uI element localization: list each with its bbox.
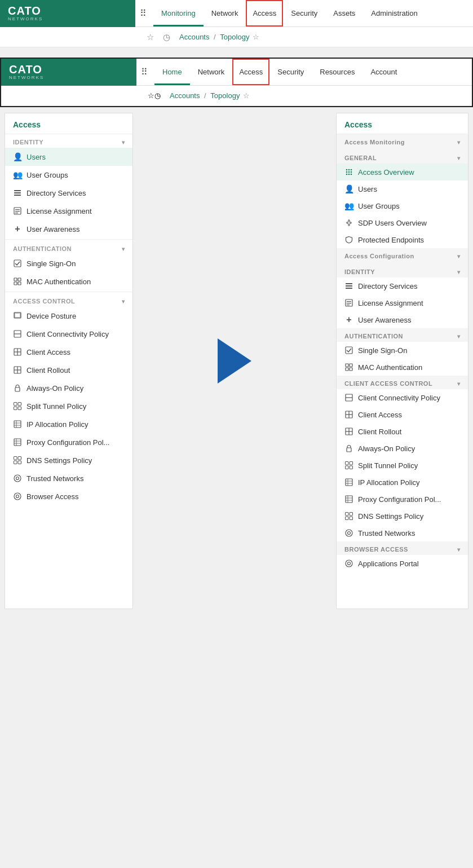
right-section-browser-access[interactable]: BROWSER ACCESS ▾ — [337, 541, 468, 555]
left-item-always-on[interactable]: Always-On Policy — [5, 379, 132, 397]
right-section-identity[interactable]: IDENTITY ▾ — [337, 264, 468, 277]
old-nav-monitoring[interactable]: Monitoring — [153, 0, 204, 27]
new-breadcrumb-star[interactable]: ☆ — [243, 91, 250, 100]
right-directory-icon — [344, 281, 353, 290]
left-item-dns[interactable]: DNS Settings Policy — [5, 451, 132, 469]
old-nav-security[interactable]: Security — [283, 0, 325, 27]
svg-rect-0 — [14, 190, 21, 191]
right-item-proxy[interactable]: Proxy Configuration Pol... — [337, 491, 468, 508]
left-item-ip-allocation[interactable]: IP Allocation Policy — [5, 415, 132, 433]
new-topology-link[interactable]: Topology — [210, 91, 240, 100]
new-logo-sub: NETWORKS — [9, 75, 44, 80]
right-item-protected-endpoints[interactable]: Protected Endpoints — [337, 231, 468, 248]
new-clock-icon[interactable]: ◷ — [154, 91, 161, 100]
right-item-split-tunnel[interactable]: Split Tunnel Policy — [337, 457, 468, 474]
new-fav-star[interactable]: ☆ — [148, 91, 154, 100]
right-item-directory-services[interactable]: Directory Services — [337, 277, 468, 294]
right-item-access-overview[interactable]: Access Overview — [337, 164, 468, 180]
right-section-general[interactable]: GENERAL ▾ — [337, 150, 468, 164]
left-item-client-conn-policy[interactable]: Client Connectivity Policy — [5, 325, 132, 343]
left-item-user-groups[interactable]: 👥 User Groups — [5, 166, 132, 184]
old-nav-network[interactable]: Network — [204, 0, 246, 27]
right-item-mac-auth[interactable]: MAC Authentication — [337, 359, 468, 376]
left-item-client-access[interactable]: Client Access — [5, 343, 132, 361]
old-logo-area: CATO NETWORKS — [0, 0, 135, 27]
old-clock-icon[interactable]: ◷ — [163, 32, 170, 42]
svg-point-52 — [347, 222, 348, 224]
svg-rect-7 — [14, 260, 21, 267]
new-nav-security[interactable]: Security — [269, 59, 312, 85]
old-accounts-link[interactable]: Accounts — [179, 33, 209, 41]
dns-icon — [13, 456, 22, 465]
client-access-icon — [13, 347, 22, 356]
left-item-device-posture[interactable]: Device Posture — [5, 307, 132, 325]
new-nav-account[interactable]: Account — [363, 59, 405, 85]
left-item-split-tunnel[interactable]: Split Tunnel Policy — [5, 397, 132, 415]
section-authentication[interactable]: AUTHENTICATION ▾ — [5, 241, 132, 254]
right-sidebar: Access Access Monitoring ▾ GENERAL ▾ — [336, 113, 468, 609]
left-item-user-awareness[interactable]: + User Awareness — [5, 220, 132, 238]
left-item-sso[interactable]: Single Sign-On — [5, 254, 132, 272]
right-section-authentication[interactable]: AUTHENTICATION ▾ — [337, 328, 468, 342]
access-control-chevron: ▾ — [122, 298, 125, 305]
old-breadcrumb-bar: ☆ ◷ Accounts / Topology ☆ — [0, 27, 473, 47]
new-logo-area: CATO NETWORKS — [1, 59, 136, 86]
ip-icon — [13, 420, 22, 429]
right-section-client-access-control[interactable]: CLIENT ACCESS CONTROL ▾ — [337, 376, 468, 389]
svg-rect-62 — [346, 288, 352, 289]
left-item-trusted-networks[interactable]: Trusted Networks — [5, 469, 132, 487]
left-item-mac-auth[interactable]: MAC Authentication — [5, 272, 132, 290]
right-item-dns[interactable]: DNS Settings Policy — [337, 508, 468, 525]
svg-rect-37 — [14, 461, 17, 464]
svg-rect-22 — [15, 387, 20, 391]
right-item-license[interactable]: License Assignment — [337, 294, 468, 311]
old-fav-star[interactable]: ☆ — [147, 32, 154, 42]
new-nav-home[interactable]: Home — [154, 59, 190, 85]
right-item-apps-portal[interactable]: Applications Portal — [337, 555, 468, 572]
svg-rect-38 — [18, 461, 21, 464]
svg-rect-2 — [14, 195, 21, 196]
old-grid-icon[interactable]: ⠿ — [140, 8, 147, 19]
right-item-trusted-networks[interactable]: Trusted Networks — [337, 525, 468, 541]
right-identity-chevron: ▾ — [457, 269, 461, 275]
left-item-proxy[interactable]: Proxy Configuration Pol... — [5, 433, 132, 451]
new-nav-access[interactable]: Access — [232, 59, 269, 85]
left-item-license-assignment[interactable]: License Assignment — [5, 202, 132, 220]
old-nav-access[interactable]: Access — [246, 0, 283, 27]
right-item-always-on[interactable]: Always-On Policy — [337, 440, 468, 457]
left-item-client-rollout[interactable]: Client Rollout — [5, 361, 132, 379]
right-item-user-awareness[interactable]: + User Awareness — [337, 311, 468, 328]
right-section-access-config[interactable]: Access Configuration ▾ — [337, 248, 468, 264]
new-accounts-link[interactable]: Accounts — [170, 91, 200, 100]
section-access-control[interactable]: ACCESS CONTROL ▾ — [5, 293, 132, 307]
right-section-access-monitoring[interactable]: Access Monitoring ▾ — [337, 134, 468, 150]
right-item-users[interactable]: 👤 Users — [337, 180, 468, 197]
right-item-sdp-overview[interactable]: SDP Users Overview — [337, 214, 468, 231]
svg-rect-82 — [350, 462, 353, 465]
right-item-sso[interactable]: Single Sign-On — [337, 342, 468, 359]
svg-rect-64 — [347, 301, 351, 302]
right-item-client-conn[interactable]: Client Connectivity Policy — [337, 389, 468, 406]
right-item-ip-allocation[interactable]: IP Allocation Policy — [337, 474, 468, 491]
right-client-rollout-icon — [344, 427, 353, 436]
old-breadcrumb-star[interactable]: ☆ — [253, 33, 259, 41]
old-nav-administration[interactable]: Administration — [363, 0, 425, 27]
left-item-users[interactable]: 👤 Users — [5, 148, 132, 166]
license-icon — [13, 206, 22, 215]
svg-rect-67 — [346, 347, 352, 354]
old-nav-assets[interactable]: Assets — [325, 0, 363, 27]
left-item-browser-access[interactable]: Browser Access — [5, 487, 132, 505]
new-grid-icon[interactable]: ⠿ — [141, 67, 148, 77]
general-chevron: ▾ — [457, 155, 461, 161]
right-item-client-rollout[interactable]: Client Rollout — [337, 423, 468, 440]
svg-rect-96 — [350, 517, 353, 520]
svg-point-97 — [346, 530, 352, 536]
right-item-client-access[interactable]: Client Access — [337, 406, 468, 423]
new-nav-network[interactable]: Network — [190, 59, 233, 85]
new-nav-resources[interactable]: Resources — [312, 59, 363, 85]
left-item-directory-services[interactable]: Directory Services — [5, 184, 132, 202]
svg-point-49 — [346, 174, 348, 175]
old-topology-link[interactable]: Topology — [220, 33, 249, 41]
right-item-user-groups[interactable]: 👥 User Groups — [337, 197, 468, 214]
section-identity[interactable]: IDENTITY ▾ — [5, 134, 132, 148]
